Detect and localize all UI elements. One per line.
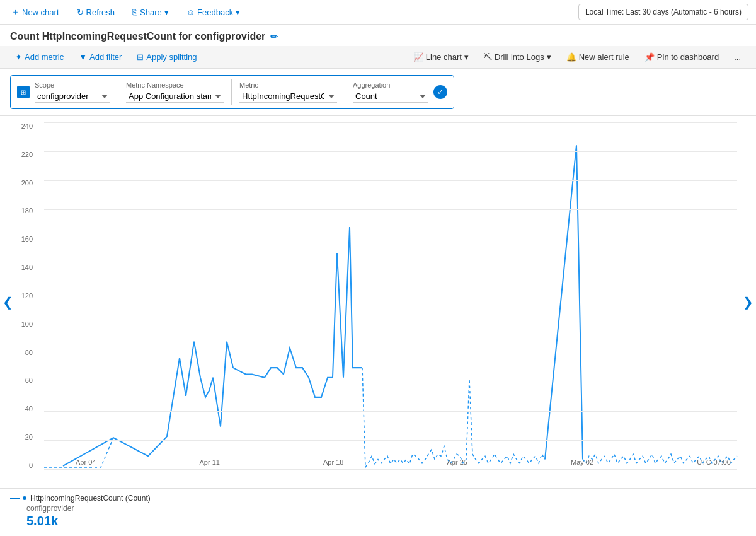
time-range-display[interactable]: Local Time: Last 30 days (Automatic - 6 … <box>578 4 748 20</box>
share-button[interactable]: ⎘ Share ▾ <box>129 5 173 20</box>
x-label-apr04: Apr 04 <box>76 458 96 466</box>
y-label-140: 140 <box>13 264 38 271</box>
new-alert-button[interactable]: 🔔 New alert rule <box>561 50 634 64</box>
new-chart-button[interactable]: ＋ New chart <box>8 4 63 20</box>
y-label-220: 220 <box>13 151 38 158</box>
chart-nav-left-button[interactable]: ❮ <box>0 292 16 312</box>
metric-label: Metric <box>239 81 337 89</box>
grid-line <box>44 296 737 296</box>
top-bar-left: ＋ New chart ↻ Refresh ⎘ Share ▾ ☺ Feedba… <box>8 4 244 20</box>
aggregation-group: Aggregation Count <box>353 81 428 103</box>
page-title: Count HttpIncomingRequestCount for confi… <box>10 31 265 42</box>
drill-icon: ⛏ <box>484 52 492 62</box>
y-label-40: 40 <box>13 405 38 412</box>
add-metric-button[interactable]: ✦ Add metric <box>10 50 69 64</box>
legend-value: 5.01k <box>26 514 746 528</box>
split-icon: ⊞ <box>137 52 144 62</box>
line-chart-button[interactable]: 📈 Line chart ▾ <box>408 50 474 64</box>
chevron-down-icon: ▾ <box>464 52 469 62</box>
chevron-down-icon: ▾ <box>547 52 551 62</box>
scope-input[interactable] <box>35 90 110 103</box>
namespace-select[interactable]: App Configuration stan... <box>126 90 224 103</box>
chart-container: 240 220 200 180 160 140 120 100 80 60 40… <box>13 116 743 488</box>
y-axis: 240 220 200 180 160 140 120 100 80 60 40… <box>13 122 38 469</box>
y-label-0: 0 <box>13 462 38 469</box>
new-chart-label: New chart <box>22 8 59 17</box>
legend-area: HttpIncomingRequestCount (Count) configp… <box>0 488 756 533</box>
legend-series-sub: configprovider <box>26 504 746 513</box>
x-label-utc: UTC-07:00 <box>697 458 731 466</box>
chevron-down-icon: ▾ <box>164 8 169 17</box>
chart-area: ❮ ❯ 240 220 200 180 160 140 120 100 80 6… <box>0 116 756 488</box>
grid-line <box>44 383 737 383</box>
solid-line-series <box>63 227 362 466</box>
namespace-group: Metric Namespace App Configuration stan.… <box>126 81 224 103</box>
edit-icon[interactable]: ✏ <box>270 32 278 42</box>
feedback-icon: ☺ <box>186 8 195 17</box>
x-label-apr25: Apr 25 <box>447 458 467 466</box>
aggregation-select[interactable]: Count <box>353 90 428 103</box>
plus-icon: ＋ <box>11 6 20 18</box>
y-label-80: 80 <box>13 349 38 356</box>
add-filter-button[interactable]: ▼ Add filter <box>74 50 127 64</box>
namespace-label: Metric Namespace <box>126 81 224 89</box>
refresh-label: Refresh <box>86 8 115 17</box>
confirm-icon[interactable]: ✓ <box>433 85 447 99</box>
y-label-180: 180 <box>13 207 38 214</box>
add-metric-label: Add metric <box>25 52 64 62</box>
y-label-200: 200 <box>13 179 38 187</box>
legend-item: HttpIncomingRequestCount (Count) configp… <box>10 494 746 528</box>
page-title-bar: Count HttpIncomingRequestCount for confi… <box>0 25 756 46</box>
grid-line <box>44 238 737 238</box>
new-alert-label: New alert rule <box>579 52 629 62</box>
metric-config-row: ⊞ Scope Metric Namespace App Configurati… <box>0 69 756 116</box>
y-label-20: 20 <box>13 433 38 441</box>
divider-3 <box>345 79 345 105</box>
chart-toolbar: ✦ Add metric ▼ Add filter ⊞ Apply splitt… <box>0 46 756 69</box>
y-label-120: 120 <box>13 292 38 300</box>
solid-spike <box>545 145 583 459</box>
grid-line <box>44 325 737 325</box>
plus-icon: ✦ <box>15 52 22 62</box>
line-chart-icon: 📈 <box>413 52 423 62</box>
scope-icon: ⊞ <box>17 86 30 98</box>
refresh-button[interactable]: ↻ Refresh <box>73 5 119 20</box>
metric-select[interactable]: HttpIncomingRequestC... <box>239 90 337 103</box>
grid-line <box>44 440 737 441</box>
x-label-apr11: Apr 11 <box>200 458 220 466</box>
metric-config-container: ⊞ Scope Metric Namespace App Configurati… <box>10 75 454 109</box>
grid-line <box>44 209 737 210</box>
legend-series-name: HttpIncomingRequestCount (Count) <box>30 494 151 503</box>
grid-line <box>44 469 737 470</box>
y-label-160: 160 <box>13 235 38 243</box>
divider-1 <box>118 79 118 105</box>
x-label-may02: May 02 <box>571 458 593 466</box>
toolbar-right: 📈 Line chart ▾ ⛏ Drill into Logs ▾ 🔔 New… <box>408 50 746 64</box>
apply-splitting-button[interactable]: ⊞ Apply splitting <box>132 50 202 64</box>
chart-nav-right-button[interactable]: ❯ <box>740 292 756 312</box>
grid-line <box>44 267 737 267</box>
drill-logs-button[interactable]: ⛏ Drill into Logs ▾ <box>479 50 556 64</box>
grid-line <box>44 122 737 123</box>
grid-line <box>44 354 737 354</box>
feedback-button[interactable]: ☺ Feedback ▾ <box>183 5 244 20</box>
share-label: Share <box>140 8 162 17</box>
scope-group: Scope <box>35 81 110 103</box>
x-axis: Apr 04 Apr 11 Apr 18 Apr 25 May 02 UTC-0… <box>76 458 731 466</box>
metric-group: Metric HttpIncomingRequestC... <box>239 81 337 103</box>
drill-logs-label: Drill into Logs <box>495 52 544 62</box>
chart-plot: Apr 04 Apr 11 Apr 18 Apr 25 May 02 UTC-0… <box>44 122 737 469</box>
share-icon: ⎘ <box>132 8 137 17</box>
refresh-icon: ↻ <box>77 8 84 17</box>
y-label-240: 240 <box>13 122 38 130</box>
more-options-button[interactable]: ... <box>729 50 746 64</box>
y-label-60: 60 <box>13 376 38 384</box>
pin-dashboard-button[interactable]: 📌 Pin to dashboard <box>639 50 724 64</box>
legend-line <box>10 498 20 499</box>
pin-icon: 📌 <box>644 52 655 62</box>
feedback-label: Feedback <box>197 8 233 17</box>
pin-label: Pin to dashboard <box>657 52 719 62</box>
divider-2 <box>231 79 232 105</box>
grid-line <box>44 411 737 412</box>
legend-dot <box>23 496 26 500</box>
